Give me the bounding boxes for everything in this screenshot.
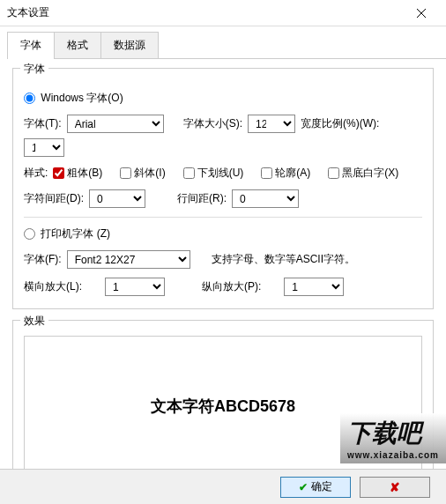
- inverse-checkbox-label[interactable]: 黑底白字(X): [328, 166, 398, 181]
- x-icon: ✘: [390, 480, 400, 494]
- hzoom-label: 横向放大(L):: [24, 279, 82, 294]
- vzoom-select[interactable]: 1: [284, 278, 344, 296]
- ok-button[interactable]: ✔ 确定: [280, 477, 351, 498]
- printer-font-text: 打印机字体 (Z): [41, 227, 110, 240]
- font-fieldset: 字体 Windows 字体(O) 字体(T): Arial 字体大小(S): 1…: [12, 68, 434, 309]
- font2-select[interactable]: Font2 12X27: [67, 250, 190, 269]
- tab-format[interactable]: 格式: [54, 32, 101, 58]
- watermark: 下载吧 www.xiazaiba.com: [340, 413, 446, 463]
- underline-checkbox-label[interactable]: 下划线(U): [183, 166, 244, 181]
- underline-checkbox[interactable]: [183, 167, 195, 179]
- size-select[interactable]: 12: [248, 115, 295, 133]
- windows-font-text: Windows 字体(O): [41, 92, 123, 104]
- linespacing-select[interactable]: 0: [232, 189, 299, 208]
- font-select[interactable]: Arial: [67, 115, 164, 133]
- italic-checkbox-label[interactable]: 斜体(I): [120, 166, 165, 181]
- inverse-checkbox[interactable]: [328, 167, 339, 179]
- outline-checkbox-label[interactable]: 轮廓(A): [261, 166, 310, 181]
- watermark-big: 下载吧: [347, 419, 421, 447]
- tab-datasource[interactable]: 数据源: [100, 32, 159, 58]
- close-icon: [417, 9, 426, 18]
- hzoom-select[interactable]: 1: [105, 278, 165, 296]
- windows-font-radio[interactable]: [24, 93, 35, 104]
- printer-font-radio-label[interactable]: 打印机字体 (Z): [24, 226, 110, 241]
- italic-checkbox[interactable]: [120, 167, 131, 179]
- check-icon: ✔: [299, 481, 308, 493]
- linespacing-label: 行间距(R):: [177, 191, 227, 206]
- font-label: 字体(T):: [24, 116, 62, 131]
- font-legend: 字体: [20, 62, 48, 77]
- bold-checkbox[interactable]: [53, 167, 64, 179]
- tab-font[interactable]: 字体: [7, 32, 55, 58]
- outline-checkbox[interactable]: [261, 167, 272, 179]
- bold-checkbox-label[interactable]: 粗体(B): [53, 166, 102, 181]
- size-label: 字体大小(S):: [183, 116, 242, 131]
- window-title: 文本设置: [7, 5, 49, 20]
- ascii-note: 支持字母、数字等ASCII字符。: [212, 252, 355, 267]
- divider: [24, 217, 422, 218]
- cancel-button[interactable]: ✘: [360, 477, 430, 498]
- watermark-small: www.xiazaiba.com: [347, 450, 439, 460]
- vzoom-label: 纵向放大(P):: [202, 279, 261, 294]
- charspacing-label: 字符间距(D):: [24, 191, 84, 206]
- close-button[interactable]: [404, 1, 439, 26]
- printer-font-radio[interactable]: [24, 228, 35, 240]
- charspacing-select[interactable]: 0: [89, 189, 145, 208]
- font2-label: 字体(F):: [24, 252, 62, 267]
- ok-label: 确定: [311, 479, 332, 494]
- preview-text: 文本字符ABCD5678: [151, 396, 295, 417]
- width-label: 宽度比例(%)(W):: [301, 116, 379, 131]
- button-bar: ✔ 确定 ✘: [0, 469, 446, 504]
- width-select[interactable]: 100: [24, 138, 64, 157]
- style-label: 样式:: [24, 166, 48, 181]
- windows-font-radio-label[interactable]: Windows 字体(O): [24, 91, 123, 106]
- effect-legend: 效果: [20, 314, 48, 329]
- tabs: 字体 格式 数据源: [7, 32, 446, 59]
